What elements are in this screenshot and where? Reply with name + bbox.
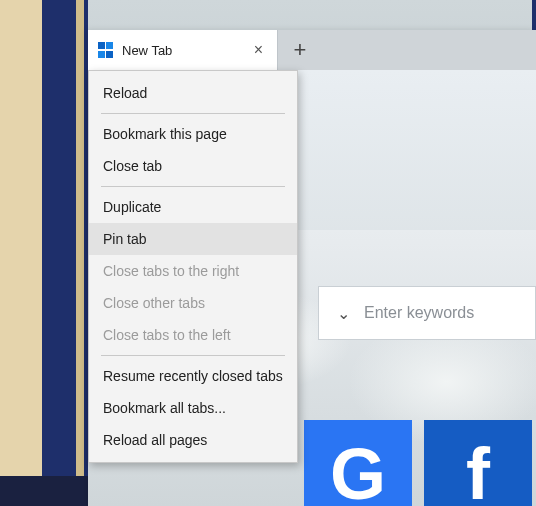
search-placeholder: Enter keywords [364,304,474,322]
close-tab-button[interactable]: × [250,41,267,59]
menu-item-bookmark-all-tabs[interactable]: Bookmark all tabs... [89,392,297,424]
menu-item-close-tab[interactable]: Close tab [89,150,297,182]
menu-separator [101,355,285,356]
wallpaper-stripe [0,0,42,506]
tile-google[interactable]: G [304,420,412,506]
new-tab-button[interactable]: + [278,30,322,70]
menu-separator [101,113,285,114]
menu-item-reload-all-pages[interactable]: Reload all pages [89,424,297,456]
tab-context-menu: ReloadBookmark this pageClose tabDuplica… [88,70,298,463]
google-icon: G [330,433,386,506]
chevron-down-icon: ⌄ [337,304,350,323]
tile-facebook[interactable]: f [424,420,532,506]
page-icon [98,42,114,58]
menu-item-pin-tab[interactable]: Pin tab [89,223,297,255]
menu-separator [101,186,285,187]
menu-item-reload[interactable]: Reload [89,77,297,109]
menu-item-close-tabs-to-the-left: Close tabs to the left [89,319,297,351]
menu-item-duplicate[interactable]: Duplicate [89,191,297,223]
tab-title: New Tab [122,43,242,58]
search-bar[interactable]: ⌄ Enter keywords [318,286,536,340]
browser-window: New Tab × + ⌄ Enter keywords G f Google [88,30,536,506]
tab-strip: New Tab × + [88,30,536,70]
menu-item-bookmark-this-page[interactable]: Bookmark this page [89,118,297,150]
menu-item-close-other-tabs: Close other tabs [89,287,297,319]
wallpaper-stripe [42,0,76,506]
desktop-wallpaper: New Tab × + ⌄ Enter keywords G f Google [0,0,536,506]
speed-dial-tiles: G f [304,420,536,506]
browser-tab[interactable]: New Tab × [88,30,278,70]
menu-item-resume-recently-closed-tabs[interactable]: Resume recently closed tabs [89,360,297,392]
wallpaper-stripe [76,0,84,506]
facebook-icon: f [466,433,490,506]
menu-item-close-tabs-to-the-right: Close tabs to the right [89,255,297,287]
